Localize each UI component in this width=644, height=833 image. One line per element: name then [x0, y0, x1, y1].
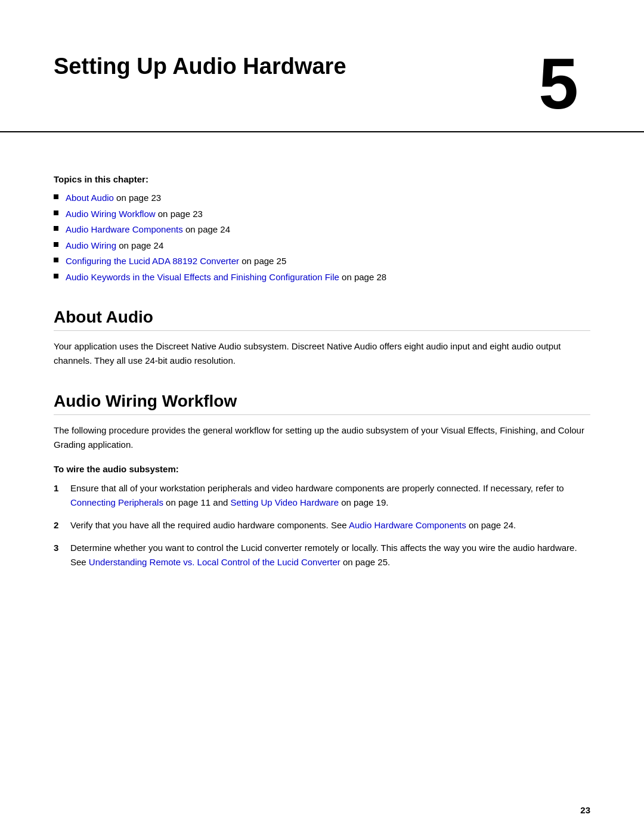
link-about-audio[interactable]: About Audio [66, 193, 114, 203]
list-item-step2: 2 Verify that you have all the required … [54, 518, 590, 532]
link-audio-hardware-components-step2[interactable]: Audio Hardware Components [349, 520, 466, 530]
list-item-step3: 3 Determine whether you want to control … [54, 541, 590, 569]
step-number-2: 2 [54, 518, 70, 532]
list-item: About Audio on page 23 [54, 191, 590, 205]
chapter-number: 5 [538, 48, 590, 119]
page-number: 23 [580, 805, 590, 815]
chapter-title: Setting Up Audio Hardware [54, 48, 346, 79]
bullet-icon [54, 242, 58, 247]
link-audio-wiring-workflow[interactable]: Audio Wiring Workflow [66, 209, 156, 219]
about-audio-body: Your application uses the Discreet Nativ… [54, 339, 590, 368]
topics-list: About Audio on page 23 Audio Wiring Work… [54, 191, 590, 284]
link-audio-wiring[interactable]: Audio Wiring [66, 240, 116, 250]
about-audio-heading: About Audio [54, 308, 590, 331]
link-audio-hardware-components[interactable]: Audio Hardware Components [66, 224, 183, 234]
step-content-3: Determine whether you want to control th… [70, 541, 590, 569]
content-area: Topics in this chapter: About Audio on p… [0, 132, 644, 614]
list-item: Configuring the Lucid ADA 88192 Converte… [54, 255, 590, 268]
procedure-heading: To wire the audio subsystem: [54, 464, 590, 474]
bullet-icon [54, 226, 58, 231]
bullet-icon [54, 194, 58, 199]
bullet-icon [54, 258, 58, 262]
link-configuring-lucid[interactable]: Configuring the Lucid ADA 88192 Converte… [66, 256, 239, 266]
link-connecting-peripherals[interactable]: Connecting Peripherals [70, 497, 163, 507]
list-item: Audio Keywords in the Visual Effects and… [54, 271, 590, 284]
topics-section: Topics in this chapter: About Audio on p… [54, 174, 590, 284]
audio-wiring-workflow-intro: The following procedure provides the gen… [54, 423, 590, 452]
chapter-header: Setting Up Audio Hardware 5 [0, 0, 644, 132]
list-item: Audio Wiring Workflow on page 23 [54, 208, 590, 221]
bullet-icon [54, 210, 58, 215]
step-number-3: 3 [54, 541, 70, 555]
step-number-1: 1 [54, 481, 70, 496]
list-item: Audio Hardware Components on page 24 [54, 223, 590, 237]
link-audio-keywords[interactable]: Audio Keywords in the Visual Effects and… [66, 272, 339, 282]
list-item: Audio Wiring on page 24 [54, 239, 590, 253]
bullet-icon [54, 274, 58, 278]
link-setting-up-video-hardware[interactable]: Setting Up Video Hardware [231, 497, 339, 507]
numbered-list: 1 Ensure that all of your workstation pe… [54, 481, 590, 569]
step-content-2: Verify that you have all the required au… [70, 518, 590, 532]
step-content-1: Ensure that all of your workstation peri… [70, 481, 590, 510]
list-item-step1: 1 Ensure that all of your workstation pe… [54, 481, 590, 510]
page-container: Setting Up Audio Hardware 5 Topics in th… [0, 0, 644, 833]
topics-label: Topics in this chapter: [54, 174, 590, 184]
link-remote-local-control[interactable]: Understanding Remote vs. Local Control o… [89, 557, 340, 567]
audio-wiring-workflow-heading: Audio Wiring Workflow [54, 392, 590, 415]
